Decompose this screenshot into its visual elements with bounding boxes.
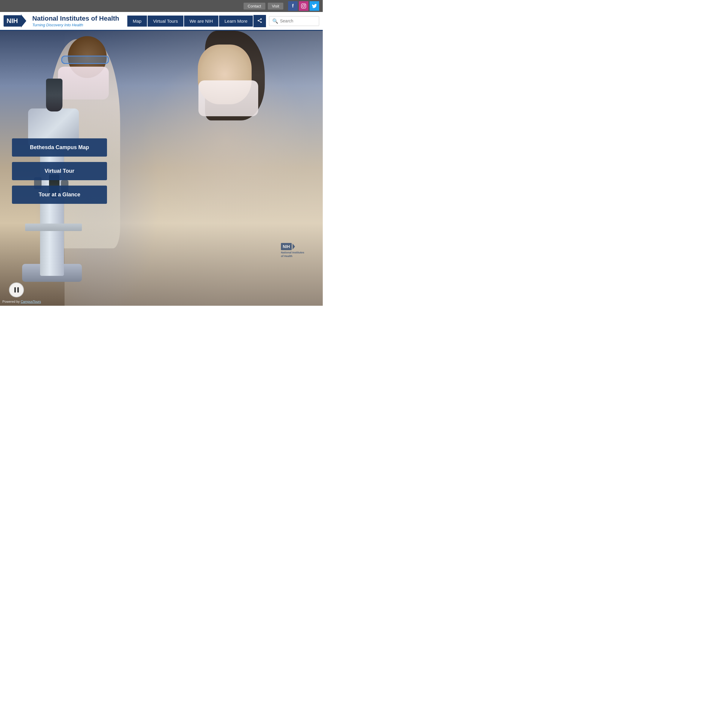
site-header: NIH National Institutes of Health Turnin…: [0, 12, 323, 31]
svg-point-5: [260, 21, 262, 23]
bethesda-campus-map-button[interactable]: Bethesda Campus Map: [12, 138, 107, 157]
social-icons-group: f: [288, 1, 319, 11]
search-icon: 🔍: [272, 18, 278, 24]
nav-item-map[interactable]: Map: [127, 15, 147, 27]
nih-logo[interactable]: NIH: [4, 14, 26, 28]
search-input[interactable]: [280, 18, 316, 23]
share-button[interactable]: [254, 15, 266, 27]
tour-at-a-glance-button[interactable]: Tour at a Glance: [12, 186, 107, 204]
svg-point-1: [303, 5, 305, 7]
top-utility-bar: Contact Visit f: [0, 0, 323, 12]
org-name: National Institutes of Health: [32, 15, 119, 22]
campus-tours-link[interactable]: CampusTours: [21, 300, 41, 303]
nav-item-learn-more[interactable]: Learn More: [219, 15, 253, 27]
pause-icon: [14, 287, 19, 292]
footer-attribution: Powered by CampusTours: [2, 300, 41, 303]
instagram-icon[interactable]: [299, 1, 308, 11]
visit-button[interactable]: Visit: [268, 3, 283, 9]
logo-area: NIH National Institutes of Health Turnin…: [4, 14, 127, 28]
nav-item-we-are-nih[interactable]: We are NIH: [184, 15, 219, 27]
nih-abbreviation: NIH: [4, 15, 21, 27]
svg-rect-0: [301, 4, 306, 8]
person-fg-mask: [199, 80, 258, 116]
nih-arrow-icon: [21, 14, 26, 28]
virtual-tour-button[interactable]: Virtual Tour: [12, 162, 107, 180]
search-box[interactable]: 🔍: [269, 16, 319, 26]
twitter-icon[interactable]: [310, 1, 319, 11]
svg-point-2: [304, 5, 305, 5]
main-navigation: Map Virtual Tours We are NIH Learn More …: [127, 15, 319, 27]
facebook-icon[interactable]: f: [288, 1, 298, 11]
microscope-eyepiece: [46, 79, 63, 112]
svg-point-3: [260, 18, 262, 20]
svg-line-7: [259, 19, 260, 20]
powered-by-text: Powered by: [2, 300, 20, 303]
nav-item-virtual-tours[interactable]: Virtual Tours: [148, 15, 184, 27]
org-tagline: Turning Discovery Into Health: [32, 23, 119, 27]
logo-text: National Institutes of Health Turning Di…: [32, 15, 119, 27]
hero-section: Bethesda Campus Map Virtual Tour Tour at…: [0, 31, 323, 306]
svg-point-4: [258, 20, 259, 21]
contact-button[interactable]: Contact: [243, 3, 265, 9]
microscope-stage: [25, 223, 82, 231]
nih-coat-watermark: NIH National Institutesof Health: [281, 243, 305, 270]
svg-line-6: [259, 21, 260, 22]
cta-buttons-group: Bethesda Campus Map Virtual Tour Tour at…: [12, 138, 107, 204]
pause-button[interactable]: [9, 282, 24, 297]
